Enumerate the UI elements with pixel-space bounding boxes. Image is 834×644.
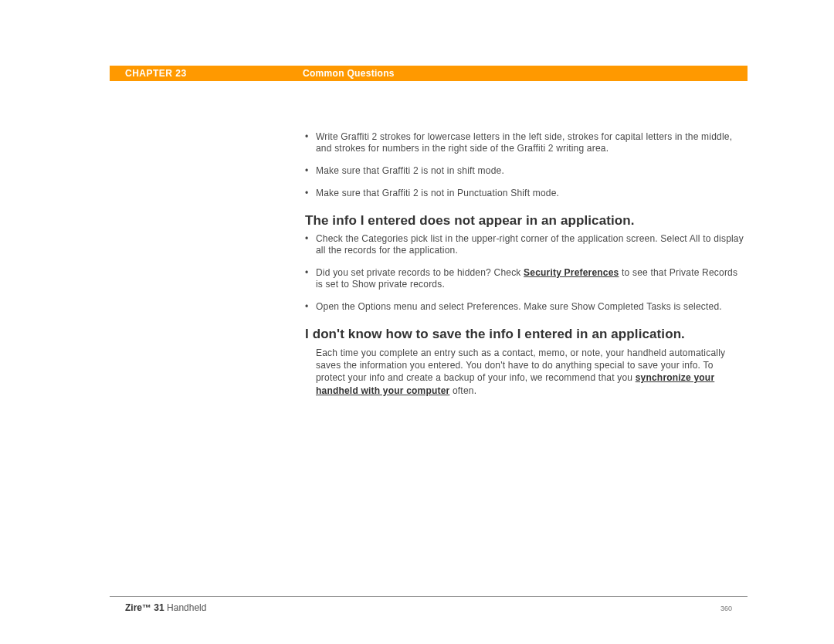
page-content: Write Graffiti 2 strokes for lowercase l… (305, 131, 745, 397)
list-item: Open the Options menu and select Prefere… (305, 301, 745, 313)
list-item: Did you set private records to be hidden… (305, 267, 745, 290)
text-fragment: often. (449, 385, 476, 396)
security-preferences-link[interactable]: Security Preferences (524, 267, 619, 278)
graffiti-tips-list: Write Graffiti 2 strokes for lowercase l… (305, 131, 745, 199)
list-item: Write Graffiti 2 strokes for lowercase l… (305, 131, 745, 154)
list-item: Check the Categories pick list in the up… (305, 233, 745, 256)
list-item: Make sure that Graffiti 2 is not in shif… (305, 165, 745, 177)
question-heading: The info I entered does not appear in an… (305, 213, 745, 229)
product-name: Zire™ 31 Handheld (125, 602, 206, 613)
text-fragment: Did you set private records to be hidden… (316, 267, 524, 278)
chapter-label: CHAPTER 23 (125, 68, 303, 79)
product-name-rest: Handheld (164, 602, 207, 613)
save-info-paragraph: Each time you complete an entry such as … (316, 347, 745, 397)
info-missing-list: Check the Categories pick list in the up… (305, 233, 745, 313)
question-heading: I don't know how to save the info I ente… (305, 327, 745, 342)
chapter-title: Common Questions (303, 68, 395, 79)
page-number: 360 (720, 605, 732, 612)
list-item: Make sure that Graffiti 2 is not in Punc… (305, 188, 745, 199)
footer-divider (110, 596, 748, 597)
chapter-header: CHAPTER 23 Common Questions (110, 66, 748, 81)
page-footer: Zire™ 31 Handheld 360 (125, 602, 732, 613)
product-name-bold: Zire™ 31 (125, 602, 164, 613)
